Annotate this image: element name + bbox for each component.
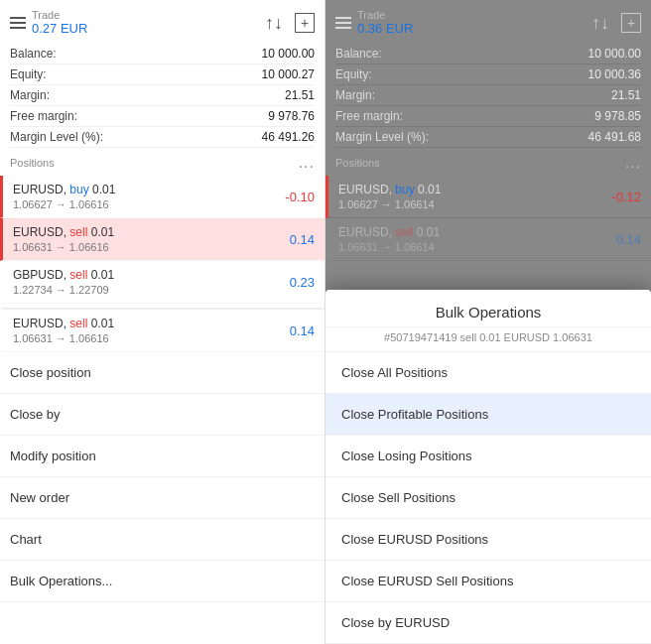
right-header-icons: ↑↓ + [591,13,641,34]
right-partial-position: EURUSD, sell 0.01 1.06631 → 1.06614 0.14 [326,218,651,261]
right-header-left: Trade 0.36 EUR [335,10,413,36]
left-stat-row: Free margin:9 978.76 [10,106,315,127]
ctx-pos-info: EURUSD, sell 0.01 1.06631 → 1.06616 [13,317,114,344]
left-position-item[interactable]: GBPUSD, sell 0.01 1.22734 → 1.22709 0.23 [0,261,325,304]
right-sort-icon[interactable]: ↑↓ [591,13,609,34]
right-stat-row: Free margin:9 978.85 [335,106,641,127]
pos-size: 0.01 [91,225,114,239]
sort-icon[interactable]: ↑↓ [265,13,283,34]
pos-value: 0.23 [290,275,315,290]
right-positions-dots[interactable]: ... [625,154,641,172]
pos-prices: 1.06631 → 1.06616 [13,241,114,253]
pos-title: EURUSD, buy 0.01 [13,183,115,196]
bulk-operation-item[interactable]: Close EURUSD Sell Positions [326,561,651,602]
pos-size: 0.01 [418,183,441,196]
pos-currency: EURUSD [13,225,64,239]
left-stat-row: Margin Level (%):46 491.26 [10,127,315,148]
bulk-operation-item[interactable]: Close All Positions [326,352,651,394]
left-positions-header: Positions ... [0,148,325,176]
pos-currency: GBPUSD [13,268,64,282]
left-trade-amount: 0.27 EUR [32,21,87,36]
left-stat-label: Equity: [10,67,47,81]
left-stat-value: 46 491.26 [262,130,315,144]
context-menu-item[interactable]: Chart [0,519,325,561]
rp-type: sell [395,225,413,239]
right-stat-row: Margin:21.51 [335,85,641,106]
right-panel: Trade 0.36 EUR ↑↓ + Balance:10 000.00Equ… [326,0,651,644]
bulk-operation-item[interactable]: Close Profitable Positions [326,394,651,436]
pos-title: EURUSD, sell 0.01 [13,225,114,239]
left-trade-info: Trade 0.27 EUR [32,10,87,36]
ctx-currency: EURUSD [13,317,64,330]
pos-info: EURUSD, sell 0.01 1.06631 → 1.06616 [13,225,114,253]
right-add-icon[interactable]: + [621,13,641,33]
bulk-title: Bulk Operations [326,290,651,327]
hamburger-icon[interactable] [10,17,26,29]
right-stat-row: Equity:10 000.36 [335,64,641,85]
ctx-size: 0.01 [91,317,114,330]
pos-title: GBPUSD, sell 0.01 [13,268,114,282]
right-trade-label: Trade [357,10,413,21]
ctx-prices: 1.06631 → 1.06616 [13,332,114,344]
bulk-operation-item[interactable]: Close Sell Positions [326,477,651,519]
right-stat-row: Balance:10 000.00 [335,44,641,64]
right-stats: Balance:10 000.00Equity:10 000.36Margin:… [326,44,651,148]
left-stat-value: 9 978.76 [268,109,315,123]
pos-type: buy [395,183,414,196]
bulk-operations-overlay: Bulk Operations #50719471419 sell 0.01 E… [326,290,651,644]
left-header: Trade 0.27 EUR ↑↓ + [0,0,325,44]
left-positions-dots[interactable]: ... [299,154,315,172]
left-stats: Balance:10 000.00Equity:10 000.27Margin:… [0,44,325,148]
left-header-left: Trade 0.27 EUR [10,10,87,36]
rp-info: EURUSD, sell 0.01 1.06631 → 1.06614 [338,225,440,253]
left-stat-label: Margin Level (%): [10,130,103,144]
bulk-operation-item[interactable]: Close Losing Positions [326,436,651,477]
context-menu-item[interactable]: Close by [0,394,325,436]
right-position-item[interactable]: EURUSD, buy 0.01 1.06627 → 1.06614 -0.12 [326,176,651,218]
bulk-items-list: Close All PositionsClose Profitable Posi… [326,352,651,644]
right-stat-label: Equity: [335,67,372,81]
left-stat-label: Free margin: [10,109,77,123]
left-positions-list: EURUSD, buy 0.01 1.06627 → 1.06616 -0.10… [0,176,325,304]
right-stat-value: 46 491.68 [588,130,641,144]
pos-value: -0.10 [285,190,315,204]
rp-title: EURUSD, sell 0.01 [338,225,440,239]
rp-value: 0.14 [616,232,641,247]
right-stat-label: Balance: [335,47,382,61]
context-menu-item[interactable]: Bulk Operations... [0,561,325,602]
right-hamburger-icon[interactable] [335,17,351,29]
right-trade-amount: 0.36 EUR [357,21,413,36]
left-stat-value: 10 000.27 [262,67,315,81]
left-stat-row: Balance:10 000.00 [10,44,315,64]
pos-type: buy [69,183,88,196]
left-stat-row: Equity:10 000.27 [10,64,315,85]
left-position-item[interactable]: EURUSD, sell 0.01 1.06631 → 1.06616 0.14 [0,218,325,261]
right-header: Trade 0.36 EUR ↑↓ + [326,0,651,44]
pos-type: sell [69,268,87,282]
left-panel: Trade 0.27 EUR ↑↓ + Balance:10 000.00Equ… [0,0,326,644]
pos-info: GBPUSD, sell 0.01 1.22734 → 1.22709 [13,268,114,296]
right-stat-row: Margin Level (%):46 491.68 [335,127,641,148]
bulk-operation-item[interactable]: Close EURUSD Positions [326,519,651,561]
left-trade-label: Trade [32,10,87,21]
left-context-menu: Close positionClose byModify positionNew… [0,352,325,644]
left-header-icons: ↑↓ + [265,13,315,34]
pos-size: 0.01 [92,183,115,196]
bulk-operation-item[interactable]: Close by EURUSD [326,602,651,644]
rp-prices: 1.06631 → 1.06614 [338,241,440,253]
left-stat-label: Balance: [10,47,57,61]
left-context-position[interactable]: EURUSD, sell 0.01 1.06631 → 1.06616 0.14 [0,308,325,352]
pos-prices: 1.06627 → 1.06616 [13,198,115,210]
left-position-item[interactable]: EURUSD, buy 0.01 1.06627 → 1.06616 -0.10 [0,176,325,218]
right-stat-value: 21.51 [611,88,641,102]
right-stat-value: 10 000.36 [588,67,641,81]
context-menu-item[interactable]: Close position [0,352,325,394]
context-menu-item[interactable]: Modify position [0,436,325,477]
right-positions-header: Positions ... [326,148,651,176]
right-trade-info: Trade 0.36 EUR [357,10,413,36]
pos-currency: EURUSD [13,183,64,196]
add-icon[interactable]: + [295,13,315,33]
context-menu-item[interactable]: New order [0,477,325,519]
right-positions-label: Positions [335,157,380,169]
right-stat-label: Margin Level (%): [335,130,429,144]
